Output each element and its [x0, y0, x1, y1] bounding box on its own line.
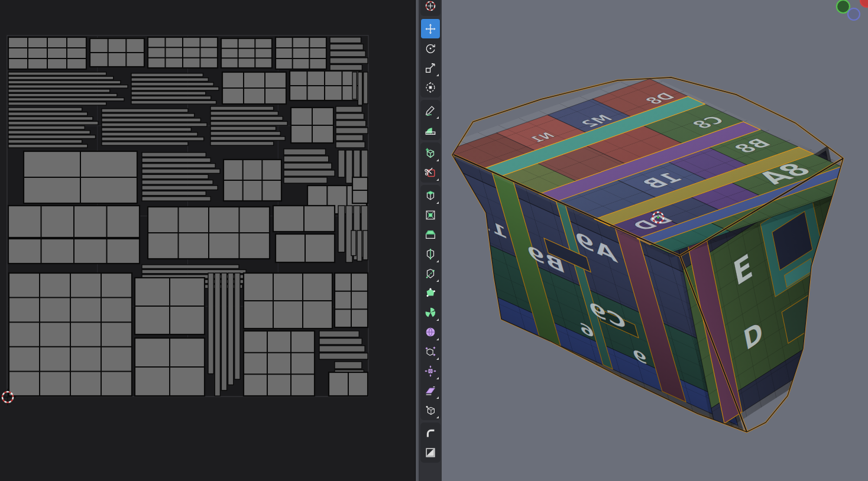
move-icon — [424, 22, 437, 35]
uv-island — [244, 273, 332, 329]
gizmo-axis-z[interactable] — [848, 8, 860, 20]
tool-group — [420, 142, 441, 183]
uv-island — [8, 206, 140, 238]
tool-shelf — [419, 0, 442, 481]
corner-tool[interactable] — [421, 423, 440, 443]
loopcut-icon — [424, 248, 437, 261]
uv-island — [24, 151, 137, 203]
uv-island — [273, 206, 335, 232]
knife-icon — [424, 267, 437, 280]
triangle-tool[interactable] — [421, 443, 440, 462]
scale-icon — [424, 61, 437, 74]
spin-icon — [424, 306, 437, 319]
shear-tool[interactable] — [421, 381, 440, 400]
bevel-tool[interactable] — [421, 225, 440, 244]
uv-editor-panel[interactable] — [0, 0, 415, 481]
polybuild-icon — [424, 287, 437, 300]
sparkle-icon — [424, 345, 437, 358]
rip-region-tool[interactable] — [421, 400, 440, 420]
inset-icon — [424, 209, 437, 222]
move-tool[interactable] — [421, 19, 440, 38]
uv-island — [224, 160, 281, 201]
spin-tool[interactable] — [421, 303, 440, 322]
annotate-icon — [424, 104, 437, 117]
measure-icon — [424, 124, 437, 136]
uv-island — [90, 38, 144, 67]
cursor-tool[interactable] — [421, 0, 440, 15]
uv-island — [290, 71, 359, 100]
rip-icon — [424, 404, 437, 417]
tool-group — [420, 185, 441, 420]
extrude-region-tool[interactable] — [421, 186, 440, 205]
transform-icon — [424, 81, 437, 94]
rotate-icon — [424, 42, 437, 55]
gizmo-axis-y[interactable] — [837, 0, 850, 13]
uv-island — [135, 338, 205, 396]
uv-island — [131, 73, 219, 104]
shear-icon — [424, 384, 437, 397]
viewport-canvas[interactable]: A9B9C96911EDN1M2D8C8B88A1BDD — [442, 0, 868, 481]
uv-canvas[interactable] — [0, 0, 415, 481]
uv-island — [335, 273, 368, 327]
annotate-tool[interactable] — [421, 100, 440, 120]
uv-island — [9, 273, 132, 396]
addcube-icon — [424, 147, 437, 160]
uv-island — [244, 331, 315, 396]
poly-build-tool[interactable] — [421, 283, 440, 303]
rotate-tool[interactable] — [421, 38, 440, 58]
tool-group — [420, 422, 441, 463]
uv-island — [148, 207, 270, 259]
uv-island — [276, 37, 326, 69]
viewport-3d[interactable]: A9B9C96911EDN1M2D8C8B88A1BDD — [442, 0, 868, 481]
triangle-icon — [424, 446, 437, 459]
shrink-icon — [424, 365, 437, 378]
scale-tool[interactable] — [421, 58, 440, 77]
extrude-icon — [424, 189, 437, 202]
application-window: A9B9C96911EDN1M2D8C8B88A1BDD — [0, 0, 868, 481]
uv-island — [148, 37, 218, 68]
tool-group — [420, 18, 441, 98]
uv-island — [276, 234, 335, 262]
add-cube-tool[interactable] — [421, 143, 440, 162]
loop-cut-tool[interactable] — [421, 244, 440, 264]
uv-island — [352, 177, 368, 203]
uv-island — [329, 372, 368, 396]
randomize-tool[interactable] — [421, 342, 440, 361]
cursor-icon — [424, 0, 437, 12]
knife-tool[interactable] — [421, 264, 440, 283]
uv-island — [8, 37, 86, 69]
tool-group — [420, 100, 441, 140]
smooth-tool[interactable] — [421, 322, 440, 342]
bevel-icon — [424, 228, 437, 241]
scissors-icon — [424, 166, 437, 179]
uv-island — [222, 72, 286, 104]
uv-island — [221, 38, 272, 68]
transform-tool[interactable] — [421, 77, 440, 97]
shrink-fatten-tool[interactable] — [421, 361, 440, 381]
uv-island — [135, 278, 205, 334]
uv-island — [291, 108, 333, 143]
inset-faces-tool[interactable] — [421, 205, 440, 225]
scissors-tool[interactable] — [421, 162, 440, 182]
corner-icon — [424, 427, 437, 440]
measure-tool[interactable] — [421, 120, 440, 139]
smooth-icon — [424, 326, 437, 339]
uv-island — [8, 239, 140, 264]
tool-group — [420, 0, 441, 16]
